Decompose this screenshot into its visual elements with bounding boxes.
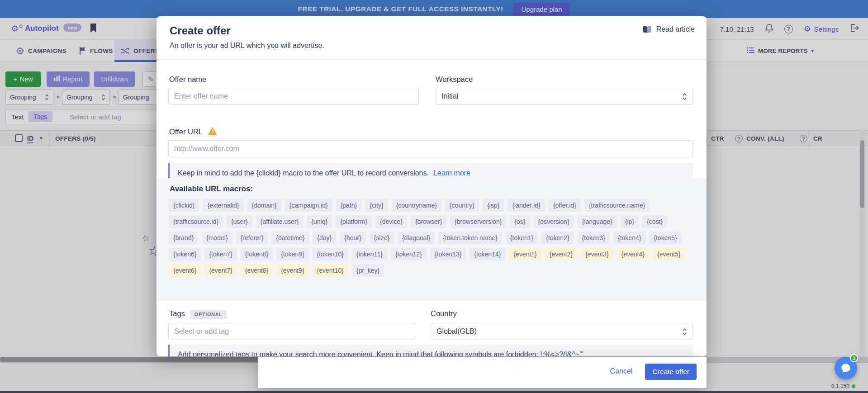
macro-chip[interactable]: {token12} (391, 248, 427, 260)
app-root: FREE TRIAL. UPGRADE & GET FULL ACCESS IN… (0, 0, 868, 393)
modal-subtitle: An offer is your ad URL which you will a… (170, 42, 324, 50)
country-select[interactable]: Global(GLB) (431, 323, 693, 340)
macro-chip[interactable]: {token10} (313, 248, 348, 260)
macro-chip[interactable]: {browserversion} (450, 215, 506, 228)
workspace-select[interactable]: Initial (436, 88, 693, 105)
macro-chip[interactable]: {trafficsource.id} (169, 215, 223, 228)
offer-url-input[interactable] (168, 140, 693, 157)
macro-chip[interactable]: {datetime} (271, 232, 309, 244)
tags-input[interactable] (168, 323, 415, 340)
macro-chip[interactable]: {token13} (430, 248, 466, 260)
offer-url-label: Offer URL (169, 128, 203, 136)
modal-footer: Cancel Create offer (258, 357, 707, 388)
macro-chip[interactable]: {event6} (169, 264, 201, 277)
macro-chip[interactable]: {model} (202, 232, 232, 244)
macro-chip[interactable]: {token14} (470, 248, 505, 260)
optional-badge: OPTIONAL (190, 310, 227, 319)
macro-chip[interactable]: {event3} (581, 248, 613, 260)
create-offer-button[interactable]: Create offer (645, 364, 697, 380)
macro-chip[interactable]: {event2} (545, 248, 577, 260)
macro-chip[interactable]: {ip} (621, 215, 639, 228)
macro-chip[interactable]: {token8} (241, 248, 273, 260)
macro-chip[interactable]: {browser} (411, 215, 446, 228)
macro-chip[interactable]: {token7} (204, 248, 237, 260)
chevron-updown-icon (682, 93, 687, 100)
warning-icon (208, 127, 217, 137)
macro-chip[interactable]: {device} (375, 215, 407, 228)
macro-chip[interactable]: {event4} (617, 248, 649, 260)
macro-chip[interactable]: {domain} (247, 199, 281, 212)
macro-chip-list: {clickid}{externalid}{domain}{campaign.i… (169, 199, 694, 277)
macro-chip[interactable]: {offer.id} (549, 199, 581, 212)
macro-chip[interactable]: {osversion} (534, 215, 574, 228)
country-label: Country (431, 309, 457, 318)
macro-chip[interactable]: {event10} (313, 264, 348, 277)
macro-chip[interactable]: {cost} (642, 215, 667, 228)
chevron-updown-icon (682, 328, 687, 336)
macro-chip[interactable]: {token11} (352, 248, 387, 260)
macro-chip[interactable]: {pr_key} (352, 264, 384, 277)
chat-unread-badge: 1 (850, 354, 858, 362)
status-dot-icon (852, 384, 855, 388)
chat-bubble-icon (840, 362, 852, 374)
version-label: 0.1.150 (831, 383, 855, 389)
workspace-label: Workspace (436, 75, 473, 84)
macro-chip[interactable]: {event1} (509, 248, 541, 260)
macro-chip[interactable]: {event7} (204, 264, 237, 277)
macro-chip[interactable]: {countryname} (392, 199, 441, 212)
book-icon (642, 26, 652, 33)
macro-chip[interactable]: {size} (370, 232, 394, 244)
offer-name-input[interactable] (168, 88, 419, 105)
macro-chip[interactable]: {campaign.id} (285, 199, 332, 212)
macro-chip[interactable]: {path} (336, 199, 362, 212)
create-offer-modal: Create offer An offer is your ad URL whi… (157, 16, 707, 356)
tags-note: Add personalized tags to make your searc… (168, 345, 693, 356)
macro-chip[interactable]: {token4} (613, 232, 645, 244)
macro-chip[interactable]: {os} (510, 215, 530, 228)
macro-chip[interactable]: {token3} (578, 232, 610, 244)
macro-chip[interactable]: {clickid} (169, 199, 199, 212)
macro-chip[interactable]: {affiliate.user} (256, 215, 304, 228)
macro-chip[interactable]: {event9} (276, 264, 308, 277)
macro-chip[interactable]: {token5} (649, 232, 681, 244)
macro-chip[interactable]: {token:token name} (438, 232, 502, 244)
cancel-button[interactable]: Cancel (602, 364, 641, 379)
macro-chip[interactable]: {token1} (506, 232, 538, 244)
macro-chip[interactable]: {token2} (541, 232, 574, 244)
tags-label: TagsOPTIONAL (169, 309, 227, 318)
macro-chip[interactable]: {lander.id} (508, 199, 545, 212)
macro-chip[interactable]: {language} (578, 215, 617, 228)
macro-chip[interactable]: {country} (445, 199, 479, 212)
macro-chip[interactable]: {referer} (236, 232, 268, 244)
modal-title: Create offer (170, 24, 231, 37)
macro-chip[interactable]: {platform} (336, 215, 372, 228)
macro-chip[interactable]: {token6} (169, 248, 201, 260)
macro-chip[interactable]: {uniq} (307, 215, 332, 228)
macro-chip[interactable]: {user} (227, 215, 252, 228)
macro-chip[interactable]: {trafficsource.name} (584, 199, 650, 212)
macro-chip[interactable]: {hour} (340, 232, 365, 244)
macro-chip[interactable]: {isp} (483, 199, 504, 212)
read-article-link[interactable]: Read article (642, 25, 695, 33)
macros-title: Available URL macros: (170, 185, 253, 194)
offer-name-label: Offer name (169, 75, 206, 84)
macro-chip[interactable]: {externalid} (203, 199, 243, 212)
macro-chip[interactable]: {city} (365, 199, 388, 212)
macro-chip[interactable]: {day} (313, 232, 336, 244)
macro-chip[interactable]: {event5} (653, 248, 685, 260)
macro-chip[interactable]: {token9} (276, 248, 308, 260)
macros-section: Available URL macros: {clickid}{external… (157, 178, 707, 301)
macro-chip[interactable]: {diagonal} (398, 232, 435, 244)
macro-chip[interactable]: {event8} (241, 264, 273, 277)
macro-chip[interactable]: {brand} (169, 232, 198, 244)
learn-more-link[interactable]: Learn more (433, 169, 470, 177)
